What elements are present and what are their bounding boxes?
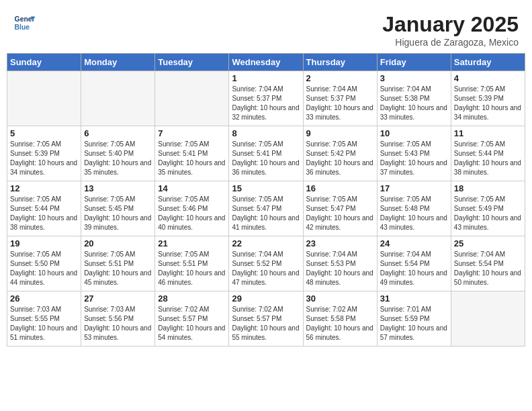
- day-info: Sunrise: 7:04 AMSunset: 5:37 PMDaylight:…: [306, 85, 374, 122]
- day-number: 8: [232, 128, 300, 138]
- calendar-cell: 17Sunrise: 7:05 AMSunset: 5:48 PMDayligh…: [377, 181, 451, 236]
- day-info: Sunrise: 7:04 AMSunset: 5:54 PMDaylight:…: [454, 250, 522, 287]
- day-info: Sunrise: 7:04 AMSunset: 5:38 PMDaylight:…: [380, 85, 448, 122]
- day-number: 10: [380, 128, 448, 138]
- day-info: Sunrise: 7:05 AMSunset: 5:51 PMDaylight:…: [84, 250, 152, 287]
- day-number: 13: [84, 183, 152, 193]
- svg-text:Blue: Blue: [15, 24, 30, 31]
- calendar-cell: 28Sunrise: 7:02 AMSunset: 5:57 PMDayligh…: [155, 291, 229, 347]
- day-number: 4: [454, 73, 522, 83]
- calendar-cell: 4Sunrise: 7:05 AMSunset: 5:39 PMDaylight…: [451, 71, 525, 126]
- day-info: Sunrise: 7:03 AMSunset: 5:55 PMDaylight:…: [10, 305, 78, 342]
- calendar-table: SundayMondayTuesdayWednesdayThursdayFrid…: [7, 53, 525, 347]
- weekday-header: Wednesday: [229, 54, 303, 71]
- week-row: 12Sunrise: 7:05 AMSunset: 5:44 PMDayligh…: [7, 181, 525, 236]
- title-block: January 2025 Higuera de Zaragoza, Mexico: [382, 12, 519, 48]
- logo-icon: General Blue: [13, 12, 35, 34]
- calendar-cell: [155, 71, 229, 126]
- day-info: Sunrise: 7:05 AMSunset: 5:44 PMDaylight:…: [10, 195, 78, 232]
- day-number: 28: [158, 293, 226, 304]
- day-info: Sunrise: 7:05 AMSunset: 5:50 PMDaylight:…: [10, 250, 78, 287]
- day-number: 12: [10, 183, 78, 193]
- day-number: 19: [10, 238, 78, 248]
- day-info: Sunrise: 7:05 AMSunset: 5:47 PMDaylight:…: [306, 195, 374, 232]
- calendar-cell: 10Sunrise: 7:05 AMSunset: 5:43 PMDayligh…: [377, 126, 451, 181]
- calendar-cell: 14Sunrise: 7:05 AMSunset: 5:46 PMDayligh…: [155, 181, 229, 236]
- day-number: 15: [232, 183, 300, 193]
- day-info: Sunrise: 7:02 AMSunset: 5:57 PMDaylight:…: [158, 305, 226, 342]
- calendar-cell: 31Sunrise: 7:01 AMSunset: 5:59 PMDayligh…: [377, 291, 451, 347]
- day-info: Sunrise: 7:04 AMSunset: 5:37 PMDaylight:…: [232, 85, 300, 122]
- calendar-cell: 18Sunrise: 7:05 AMSunset: 5:49 PMDayligh…: [451, 181, 525, 236]
- weekday-header: Monday: [81, 54, 155, 71]
- main-title: January 2025: [382, 12, 519, 37]
- day-number: 14: [158, 183, 226, 193]
- calendar-cell: 12Sunrise: 7:05 AMSunset: 5:44 PMDayligh…: [7, 181, 81, 236]
- calendar-cell: [81, 71, 155, 126]
- weekday-header: Friday: [377, 54, 451, 71]
- day-info: Sunrise: 7:02 AMSunset: 5:58 PMDaylight:…: [306, 305, 374, 342]
- day-number: 22: [232, 238, 300, 248]
- calendar-cell: 8Sunrise: 7:05 AMSunset: 5:41 PMDaylight…: [229, 126, 303, 181]
- day-number: 5: [10, 128, 78, 138]
- weekday-header: Sunday: [7, 54, 81, 71]
- weekday-header: Thursday: [303, 54, 377, 71]
- day-info: Sunrise: 7:03 AMSunset: 5:56 PMDaylight:…: [84, 305, 152, 342]
- weekday-header: Saturday: [451, 54, 525, 71]
- calendar-cell: 7Sunrise: 7:05 AMSunset: 5:41 PMDaylight…: [155, 126, 229, 181]
- calendar-cell: 26Sunrise: 7:03 AMSunset: 5:55 PMDayligh…: [7, 291, 81, 347]
- day-number: 3: [380, 73, 448, 83]
- day-number: 23: [306, 238, 374, 248]
- day-number: 21: [158, 238, 226, 248]
- calendar-cell: 30Sunrise: 7:02 AMSunset: 5:58 PMDayligh…: [303, 291, 377, 347]
- day-info: Sunrise: 7:05 AMSunset: 5:48 PMDaylight:…: [380, 195, 448, 232]
- day-number: 20: [84, 238, 152, 248]
- week-row: 5Sunrise: 7:05 AMSunset: 5:39 PMDaylight…: [7, 126, 525, 181]
- calendar-cell: 1Sunrise: 7:04 AMSunset: 5:37 PMDaylight…: [229, 71, 303, 126]
- day-info: Sunrise: 7:05 AMSunset: 5:42 PMDaylight:…: [306, 140, 374, 177]
- day-number: 2: [306, 73, 374, 83]
- day-info: Sunrise: 7:02 AMSunset: 5:57 PMDaylight:…: [232, 305, 300, 342]
- calendar-cell: 20Sunrise: 7:05 AMSunset: 5:51 PMDayligh…: [81, 236, 155, 291]
- day-info: Sunrise: 7:05 AMSunset: 5:44 PMDaylight:…: [454, 140, 522, 177]
- calendar-cell: 25Sunrise: 7:04 AMSunset: 5:54 PMDayligh…: [451, 236, 525, 291]
- calendar-cell: 29Sunrise: 7:02 AMSunset: 5:57 PMDayligh…: [229, 291, 303, 347]
- day-number: 16: [306, 183, 374, 193]
- day-info: Sunrise: 7:05 AMSunset: 5:46 PMDaylight:…: [158, 195, 226, 232]
- day-number: 25: [454, 238, 522, 248]
- calendar-cell: 16Sunrise: 7:05 AMSunset: 5:47 PMDayligh…: [303, 181, 377, 236]
- day-number: 31: [380, 293, 448, 304]
- day-info: Sunrise: 7:05 AMSunset: 5:41 PMDaylight:…: [158, 140, 226, 177]
- day-info: Sunrise: 7:05 AMSunset: 5:49 PMDaylight:…: [454, 195, 522, 232]
- weekday-header-row: SundayMondayTuesdayWednesdayThursdayFrid…: [7, 54, 525, 71]
- day-info: Sunrise: 7:05 AMSunset: 5:39 PMDaylight:…: [10, 140, 78, 177]
- day-info: Sunrise: 7:05 AMSunset: 5:43 PMDaylight:…: [380, 140, 448, 177]
- day-info: Sunrise: 7:01 AMSunset: 5:59 PMDaylight:…: [380, 305, 448, 342]
- week-row: 1Sunrise: 7:04 AMSunset: 5:37 PMDaylight…: [7, 71, 525, 126]
- day-info: Sunrise: 7:04 AMSunset: 5:54 PMDaylight:…: [380, 250, 448, 287]
- calendar-cell: 22Sunrise: 7:04 AMSunset: 5:52 PMDayligh…: [229, 236, 303, 291]
- calendar-cell: 13Sunrise: 7:05 AMSunset: 5:45 PMDayligh…: [81, 181, 155, 236]
- day-number: 27: [84, 293, 152, 304]
- calendar-cell: 15Sunrise: 7:05 AMSunset: 5:47 PMDayligh…: [229, 181, 303, 236]
- calendar-cell: 3Sunrise: 7:04 AMSunset: 5:38 PMDaylight…: [377, 71, 451, 126]
- day-info: Sunrise: 7:05 AMSunset: 5:41 PMDaylight:…: [232, 140, 300, 177]
- day-number: 18: [454, 183, 522, 193]
- calendar-cell: 11Sunrise: 7:05 AMSunset: 5:44 PMDayligh…: [451, 126, 525, 181]
- day-info: Sunrise: 7:05 AMSunset: 5:47 PMDaylight:…: [232, 195, 300, 232]
- calendar-cell: 9Sunrise: 7:05 AMSunset: 5:42 PMDaylight…: [303, 126, 377, 181]
- day-info: Sunrise: 7:05 AMSunset: 5:45 PMDaylight:…: [84, 195, 152, 232]
- calendar-cell: 19Sunrise: 7:05 AMSunset: 5:50 PMDayligh…: [7, 236, 81, 291]
- day-number: 9: [306, 128, 374, 138]
- calendar-cell: 23Sunrise: 7:04 AMSunset: 5:53 PMDayligh…: [303, 236, 377, 291]
- calendar-cell: [451, 291, 525, 347]
- calendar-cell: [7, 71, 81, 126]
- day-number: 11: [454, 128, 522, 138]
- day-info: Sunrise: 7:05 AMSunset: 5:40 PMDaylight:…: [84, 140, 152, 177]
- day-number: 24: [380, 238, 448, 248]
- subtitle: Higuera de Zaragoza, Mexico: [382, 37, 519, 48]
- logo: General Blue: [13, 12, 35, 34]
- calendar-cell: 21Sunrise: 7:05 AMSunset: 5:51 PMDayligh…: [155, 236, 229, 291]
- calendar-cell: 6Sunrise: 7:05 AMSunset: 5:40 PMDaylight…: [81, 126, 155, 181]
- day-info: Sunrise: 7:04 AMSunset: 5:52 PMDaylight:…: [232, 250, 300, 287]
